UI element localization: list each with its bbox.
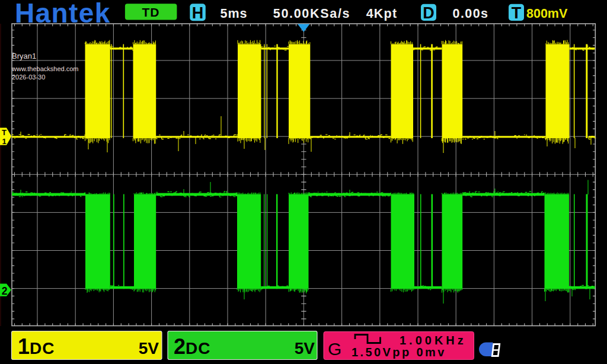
svg-text:4Kpt: 4Kpt — [366, 7, 398, 21]
svg-text:Hantek: Hantek — [15, 0, 111, 28]
svg-text:D: D — [423, 4, 435, 22]
svg-text:TD: TD — [142, 5, 160, 19]
svg-text:Bryan1: Bryan1 — [12, 52, 36, 60]
svg-text:50.00KSa/s: 50.00KSa/s — [273, 7, 351, 21]
svg-text:5V: 5V — [295, 339, 315, 357]
svg-text:H: H — [192, 4, 204, 22]
svg-text:T: T — [2, 128, 7, 137]
svg-text:800mV: 800mV — [526, 7, 568, 21]
svg-text:1.50Vpp 0mv: 1.50Vpp 0mv — [352, 346, 446, 359]
svg-text:2: 2 — [2, 285, 8, 297]
svg-text:T: T — [512, 4, 522, 22]
svg-text:5V: 5V — [139, 339, 159, 357]
svg-text:2026-03-30: 2026-03-30 — [12, 74, 45, 81]
svg-text:www.thebackshed.com: www.thebackshed.com — [11, 65, 79, 72]
svg-text:1: 1 — [2, 137, 6, 146]
svg-text:G: G — [328, 339, 341, 359]
svg-text:1.00KHz: 1.00KHz — [400, 334, 467, 347]
svg-text:0.00s: 0.00s — [453, 7, 489, 21]
svg-text:5ms: 5ms — [220, 7, 247, 21]
